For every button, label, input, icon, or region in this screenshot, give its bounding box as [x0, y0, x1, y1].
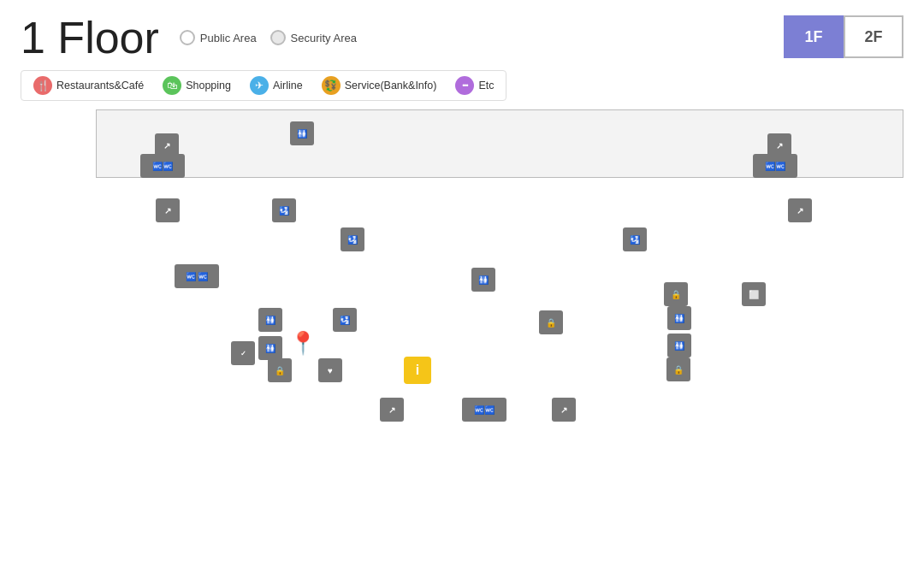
icon-checkin-left: 🛂	[272, 198, 296, 222]
security-area-legend: Security Area	[270, 30, 357, 45]
category-service: 💱 Service(Bank&Info)	[322, 76, 437, 95]
icon-info-yellow: i	[404, 357, 431, 384]
icon-check-small: ✓	[231, 341, 255, 365]
category-etc: ••• Etc	[455, 76, 494, 95]
icon-escalator-bottom-left: ↗	[380, 398, 404, 422]
airline-icon: ✈	[250, 76, 269, 95]
icon-restroom-top-right-double: 🚾🚾	[753, 154, 797, 178]
category-shopping: 🛍 Shopping	[163, 76, 231, 95]
category-airline: ✈ Airline	[250, 76, 303, 95]
icon-restroom-mid5: 🚻	[667, 334, 691, 357]
service-label: Service(Bank&Info)	[345, 80, 437, 92]
map-container: 🚻 ↗ 🚾🚾 ↗ 🚾🚾 ↗ 🛂 ↗ 🛂 🛂 🚾 🚾 🚻 🔒 ⬜ 🚻 🛂	[21, 109, 903, 477]
restaurant-label: Restaurants&Café	[56, 80, 144, 92]
icon-restroom-mid4: 🚻	[667, 306, 691, 330]
restaurant-icon: 🍴	[33, 76, 52, 95]
floor-2f-button[interactable]: 2F	[844, 15, 903, 58]
floor-1f-button[interactable]: 1F	[784, 15, 844, 58]
icon-restroom-mid-center: 🚻	[471, 268, 495, 292]
icon-escalator-bottom-right: ↗	[552, 398, 576, 422]
etc-label: Etc	[478, 80, 494, 92]
legend-area: Public Area Security Area	[180, 30, 357, 45]
icon-locker-right: 🔒	[664, 282, 688, 306]
public-area-label: Public Area	[200, 32, 257, 44]
icon-checkin-center-right: 🛂	[623, 227, 647, 251]
public-area-circle	[180, 30, 195, 45]
floor-title: 1 Floor	[21, 15, 159, 60]
icon-restroom-bottom-center: 🚾🚾	[462, 398, 506, 422]
icon-escalator-left-2: ↗	[156, 198, 180, 222]
shopping-label: Shopping	[186, 80, 231, 92]
icon-checkin-center-left: 🛂	[341, 227, 364, 251]
public-area-legend: Public Area	[180, 30, 257, 45]
icon-restroom-mid3: 🚻	[258, 336, 282, 360]
icon-restroom-mid2: 🚻	[258, 308, 282, 332]
airline-label: Airline	[273, 80, 303, 92]
shopping-icon: 🛍	[163, 76, 181, 95]
map-pin[interactable]: 📍	[289, 330, 317, 357]
security-area-label: Security Area	[291, 32, 357, 44]
etc-icon: •••	[455, 76, 474, 95]
icon-locker-mid: 🔒	[268, 358, 292, 382]
security-area-circle	[270, 30, 286, 45]
icon-firstaid: ♥	[318, 358, 342, 382]
icon-locker-mid3: 🔒	[666, 357, 690, 381]
icon-restroom-top-left-double: 🚾🚾	[140, 154, 185, 178]
category-restaurant: 🍴 Restaurants&Café	[33, 76, 144, 95]
icon-locker-mid2: 🔒	[539, 310, 563, 334]
icon-escalator-right-2: ↗	[788, 198, 812, 222]
icon-restroom-top-center: 🚻	[290, 121, 314, 145]
service-icon: 💱	[322, 76, 341, 95]
icon-checkin-mid2: 🛂	[333, 308, 357, 332]
category-bar: 🍴 Restaurants&Café 🛍 Shopping ✈ Airline …	[21, 70, 506, 101]
icon-locker-far-right: ⬜	[742, 282, 766, 306]
floor-buttons: 1F 2F	[784, 15, 903, 58]
icon-restroom-mid-left: 🚾 🚾	[175, 264, 219, 288]
